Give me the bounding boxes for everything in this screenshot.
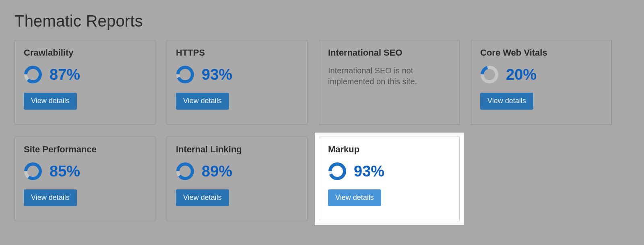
progress-donut-icon xyxy=(176,162,194,181)
report-cards-grid: Crawlability87%View detailsHTTPS93%View … xyxy=(14,40,630,221)
metric-row: 89% xyxy=(176,162,298,181)
metric-row: 93% xyxy=(328,162,450,181)
svg-point-11 xyxy=(330,164,345,179)
report-card-site-performance: Site Performance85%View details xyxy=(14,137,155,221)
percent-value: 89% xyxy=(202,163,232,180)
percent-value: 93% xyxy=(202,66,232,83)
progress-donut-icon xyxy=(24,65,42,84)
page-title: Thematic Reports xyxy=(14,12,630,30)
progress-donut-icon xyxy=(480,65,499,84)
view-details-button[interactable]: View details xyxy=(24,93,77,110)
view-details-button[interactable]: View details xyxy=(176,93,229,110)
percent-value: 20% xyxy=(506,66,537,83)
metric-row: 20% xyxy=(480,65,603,84)
report-card-crawlability: Crawlability87%View details xyxy=(14,40,155,125)
card-title: Crawlability xyxy=(24,48,146,58)
percent-value: 93% xyxy=(354,163,384,180)
svg-point-3 xyxy=(178,67,192,82)
report-card-international-seo: International SEOInternational SEO is no… xyxy=(319,40,460,125)
view-details-button[interactable]: View details xyxy=(176,189,229,206)
report-card-markup: Markup93%View details xyxy=(319,137,460,221)
report-card-internal-linking: Internal Linking89%View details xyxy=(167,137,308,221)
progress-donut-icon xyxy=(176,65,194,84)
view-details-button[interactable]: View details xyxy=(480,93,533,110)
percent-value: 85% xyxy=(50,163,80,180)
card-message: International SEO is not implemented on … xyxy=(328,65,450,87)
report-card-https: HTTPS93%View details xyxy=(167,40,308,125)
card-title: Core Web Vitals xyxy=(480,48,603,58)
percent-value: 87% xyxy=(50,66,80,83)
progress-donut-icon xyxy=(24,162,42,181)
metric-row: 87% xyxy=(24,65,146,84)
report-card-core-web-vitals: Core Web Vitals20%View details xyxy=(471,40,612,125)
card-title: Site Performance xyxy=(24,144,146,155)
card-title: International SEO xyxy=(328,48,450,58)
card-title: Internal Linking xyxy=(176,144,298,155)
card-title: Markup xyxy=(328,144,450,155)
metric-row: 93% xyxy=(176,65,298,84)
view-details-button[interactable]: View details xyxy=(24,189,77,206)
progress-donut-icon xyxy=(328,162,347,181)
metric-row: 85% xyxy=(24,162,146,181)
view-details-button[interactable]: View details xyxy=(328,189,381,206)
card-title: HTTPS xyxy=(176,48,298,58)
svg-point-9 xyxy=(178,164,192,179)
